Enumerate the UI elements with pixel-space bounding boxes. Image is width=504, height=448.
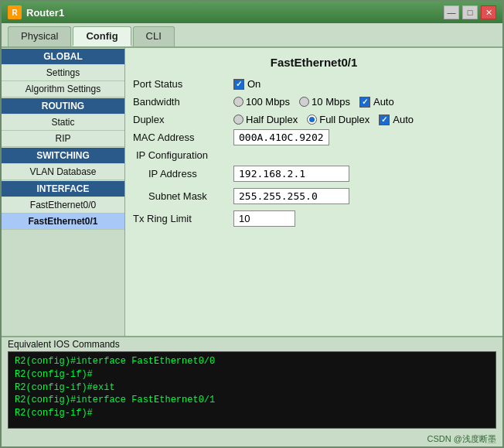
duplex-full-radio[interactable] xyxy=(307,115,317,125)
tab-config[interactable]: Config xyxy=(73,26,131,46)
tab-cli[interactable]: CLI xyxy=(133,26,175,46)
ip-config-label: IP Configuration xyxy=(133,149,495,161)
panel-title: FastEthernet0/1 xyxy=(133,56,495,69)
content-panel: FastEthernet0/1 Port Status On Bandwidth xyxy=(125,48,502,336)
duplex-auto-group: Auto xyxy=(379,114,414,125)
bandwidth-10mbps-label: 10 Mbps xyxy=(312,96,350,108)
tx-ring-limit-row: Tx Ring Limit 10 xyxy=(133,210,495,227)
sidebar-item-static[interactable]: Static xyxy=(2,115,124,131)
port-status-check-label: On xyxy=(247,78,261,90)
mac-address-value: 000A.410C.9202 xyxy=(233,132,495,143)
port-status-value: On xyxy=(233,78,495,90)
duplex-auto-checkbox[interactable] xyxy=(379,115,390,125)
sidebar-section-routing: ROUTING xyxy=(2,98,124,114)
title-bar: R Router1 — □ ✕ xyxy=(2,2,502,23)
maximize-button[interactable]: □ xyxy=(462,5,478,19)
duplex-radio-group: Half Duplex Full Duplex Auto xyxy=(233,114,495,125)
port-status-label: Port Status xyxy=(133,78,233,90)
tab-bar: Physical Config CLI xyxy=(2,23,502,48)
title-bar-left: R Router1 xyxy=(8,5,64,19)
subnet-mask-input[interactable]: 255.255.255.0 xyxy=(233,188,349,204)
ip-address-row: IP Address 192.168.2.1 xyxy=(133,166,495,182)
duplex-half-label: Half Duplex xyxy=(246,114,298,125)
duplex-full-item: Full Duplex xyxy=(307,114,369,125)
bandwidth-label: Bandwidth xyxy=(133,96,233,108)
duplex-full-label: Full Duplex xyxy=(319,114,369,125)
main-content: GLOBAL Settings Algorithm Settings ROUTI… xyxy=(2,48,502,336)
mac-address-display: 000A.410C.9202 xyxy=(233,129,329,145)
bandwidth-100mbps-radio[interactable] xyxy=(233,97,243,107)
sidebar-inner: GLOBAL Settings Algorithm Settings ROUTI… xyxy=(2,48,124,336)
sidebar-section-interface: INTERFACE xyxy=(2,181,124,197)
tab-physical[interactable]: Physical xyxy=(8,26,71,46)
mac-address-label: MAC Address xyxy=(133,132,233,143)
terminal-line-3: R2(config-if)#exit xyxy=(15,381,489,395)
sidebar-item-fastethernet00[interactable]: FastEthernet0/0 xyxy=(2,197,124,214)
ios-commands-label: Equivalent IOS Commands xyxy=(2,337,502,351)
terminal-line-1: R2(config)#interface FastEthernet0/0 xyxy=(15,355,489,368)
port-status-checkbox-group: On xyxy=(233,78,495,90)
bandwidth-auto-checkbox[interactable] xyxy=(359,97,370,108)
title-controls: — □ ✕ xyxy=(444,5,496,19)
terminal-output: R2(config)#interface FastEthernet0/0 R2(… xyxy=(8,351,496,429)
duplex-value: Half Duplex Full Duplex Auto xyxy=(233,114,495,125)
sidebar-item-algorithm-settings[interactable]: Algorithm Settings xyxy=(2,81,124,97)
terminal-line-2: R2(config-if)# xyxy=(15,368,489,381)
bandwidth-10mbps-radio[interactable] xyxy=(299,97,309,107)
duplex-half-item: Half Duplex xyxy=(233,114,298,125)
main-window: R Router1 — □ ✕ Physical Config CLI GLOB… xyxy=(0,0,504,448)
sidebar: GLOBAL Settings Algorithm Settings ROUTI… xyxy=(2,48,125,336)
bandwidth-100mbps-item: 100 Mbps xyxy=(233,96,290,108)
sidebar-item-rip[interactable]: RIP xyxy=(2,131,124,147)
minimize-button[interactable]: — xyxy=(444,5,459,19)
duplex-half-radio[interactable] xyxy=(233,115,243,125)
duplex-label: Duplex xyxy=(133,114,233,125)
ip-address-label: IP Address xyxy=(148,168,233,180)
sidebar-item-settings[interactable]: Settings xyxy=(2,65,124,81)
subnet-mask-label: Subnet Mask xyxy=(148,190,233,202)
sidebar-section-switching: SWITCHING xyxy=(2,148,124,163)
bandwidth-auto-label: Auto xyxy=(373,96,394,108)
bandwidth-value: 100 Mbps 10 Mbps Auto xyxy=(233,96,495,108)
tx-ring-limit-label: Tx Ring Limit xyxy=(133,213,233,224)
bottom-section: Equivalent IOS Commands R2(config)#inter… xyxy=(2,336,502,446)
port-status-checkbox[interactable] xyxy=(233,79,244,90)
port-status-row: Port Status On xyxy=(133,78,495,90)
ip-address-input[interactable]: 192.168.2.1 xyxy=(233,166,349,182)
terminal-line-5: R2(config-if)# xyxy=(15,407,489,420)
app-icon: R xyxy=(8,5,22,19)
bandwidth-row: Bandwidth 100 Mbps 10 Mbps A xyxy=(133,96,495,108)
close-button[interactable]: ✕ xyxy=(481,5,496,19)
sidebar-item-fastethernet01[interactable]: FastEthernet0/1 xyxy=(2,214,124,230)
bandwidth-radio-group: 100 Mbps 10 Mbps Auto xyxy=(233,96,495,108)
sidebar-wrapper: GLOBAL Settings Algorithm Settings ROUTI… xyxy=(2,48,125,336)
bandwidth-10mbps-item: 10 Mbps xyxy=(299,96,350,108)
window-title: Router1 xyxy=(26,7,64,19)
watermark: CSDN @浅度断墨 xyxy=(2,432,502,446)
sidebar-section-global: GLOBAL xyxy=(2,49,124,64)
bandwidth-100mbps-label: 100 Mbps xyxy=(246,96,290,108)
tx-ring-limit-input[interactable]: 10 xyxy=(233,210,295,227)
duplex-auto-label: Auto xyxy=(393,114,414,125)
mac-address-row: MAC Address 000A.410C.9202 xyxy=(133,132,495,143)
sidebar-item-vlan-database[interactable]: VLAN Database xyxy=(2,164,124,180)
terminal-line-4: R2(config)#interface FastEthernet0/1 xyxy=(15,394,489,407)
bandwidth-auto-group: Auto xyxy=(359,96,394,108)
subnet-mask-row: Subnet Mask 255.255.255.0 xyxy=(133,188,495,204)
ip-config-section: IP Configuration IP Address 192.168.2.1 … xyxy=(133,149,495,204)
duplex-row: Duplex Half Duplex Full Duplex xyxy=(133,114,495,125)
